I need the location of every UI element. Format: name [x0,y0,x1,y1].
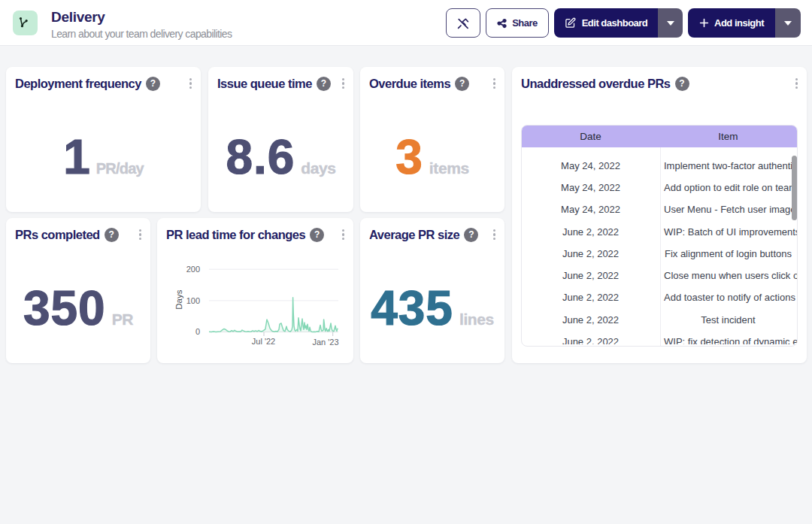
svg-text:Days: Days [174,289,183,309]
svg-text:Jul '22: Jul '22 [252,337,275,346]
svg-text:0: 0 [195,327,200,336]
svg-text:100: 100 [186,296,200,305]
svg-text:200: 200 [186,265,200,274]
svg-text:Jan '23: Jan '23 [312,338,338,347]
